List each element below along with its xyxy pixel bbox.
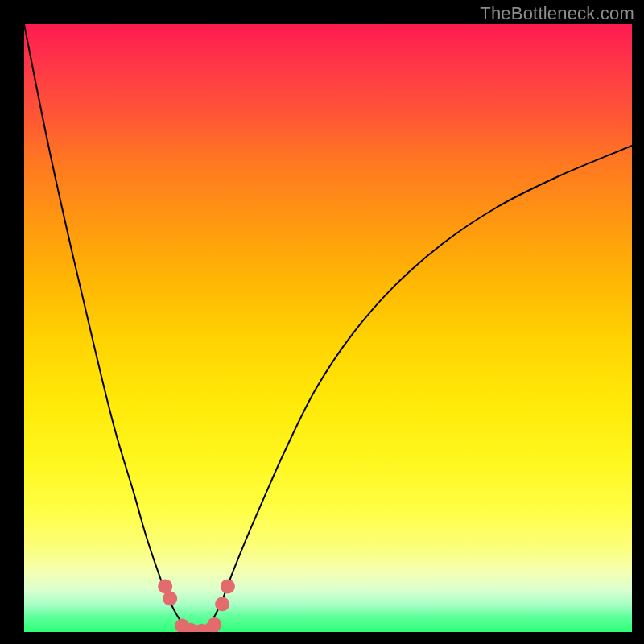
plot-area: [24, 24, 632, 632]
curve-left-branch: [24, 24, 200, 632]
chart-stage: TheBottleneck.com: [0, 0, 644, 644]
watermark-text: TheBottleneck.com: [480, 3, 634, 24]
data-marker: [207, 617, 221, 632]
series-layer: [24, 24, 632, 632]
plot-svg: [24, 24, 632, 632]
curve-right-branch: [200, 146, 632, 632]
data-marker: [163, 591, 177, 605]
marker-layer: [158, 579, 235, 632]
data-marker: [221, 579, 235, 593]
data-marker: [215, 597, 229, 611]
